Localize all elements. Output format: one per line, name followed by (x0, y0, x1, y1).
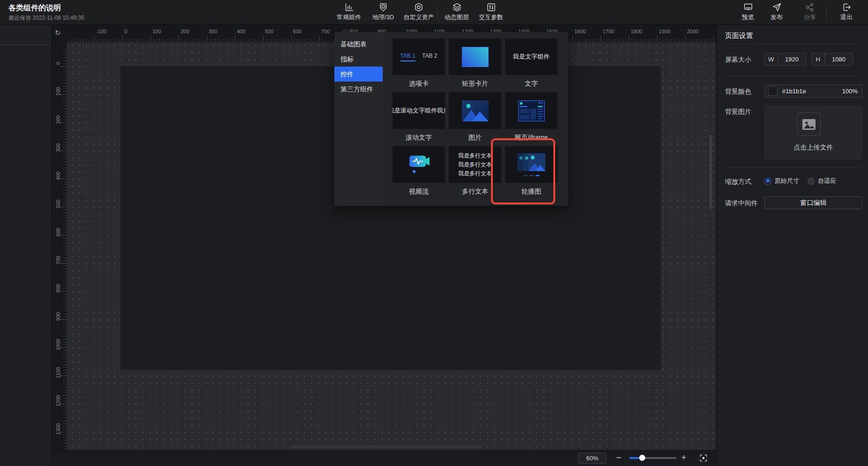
radio-adaptive[interactable]: 自适应 (808, 177, 836, 185)
horizontal-scrollbar[interactable] (291, 445, 482, 448)
color-swatch[interactable] (768, 86, 777, 96)
toolbar-action-label: 发布 (770, 13, 783, 22)
screen-size-label: 屏幕大小 (725, 56, 751, 64)
fit-screen-icon[interactable] (699, 453, 708, 463)
bg-color-label: 背景颜色 (725, 88, 751, 96)
card-label: 视频流 (392, 183, 445, 200)
bottom-bar: 60% − + (52, 450, 716, 466)
component-card-scrolling-text[interactable]: 我是滚动文字组件我是 滚动文字 (392, 92, 445, 146)
radio-unselected-icon[interactable] (808, 178, 815, 185)
toolbar-item-label: 常规组件 (337, 13, 361, 22)
panel-category-item[interactable]: 指标 (334, 52, 383, 67)
text-preview: 我是文字组件 (513, 53, 550, 61)
scale-mode-label: 缩放方式 (725, 178, 751, 186)
sidebar-divider (725, 44, 862, 45)
bg-image-upload[interactable]: 点击上传文件 (764, 105, 862, 160)
last-saved-text: 最近保存 2022-11-08 15:49:35 (8, 14, 84, 22)
bg-image-label: 背景图片 (725, 108, 751, 116)
toolbar-item-label: 动态图层 (445, 13, 469, 22)
component-picker-panel: 基础图表指标控件第三方组件 TAB 1 TAB 2 选项卡 矩形卡片 (334, 32, 568, 206)
zoom-out-button[interactable]: − (616, 452, 621, 463)
image-placeholder-icon (802, 119, 816, 130)
reset-view-icon[interactable]: ↻ (55, 29, 61, 37)
sidebar-divider (725, 76, 862, 76)
toolbar-action-publish[interactable]: 发布 (770, 2, 783, 22)
card-label: 多行文本 (449, 183, 501, 200)
left-collapsed-panel[interactable] (0, 24, 52, 466)
multiline-text-preview: 我是多行文本 我是多行文本 我是多行文本 (458, 151, 492, 178)
component-card-tabs[interactable]: TAB 1 TAB 2 选项卡 (392, 38, 445, 92)
color-hex-value[interactable]: #1b1b1e (782, 88, 842, 95)
image-thumbnail-icon (462, 100, 489, 121)
scale-mode-options: 原始尺寸 自适应 (764, 177, 836, 185)
vertical-scrollbar[interactable] (709, 135, 712, 209)
width-key: W (765, 53, 778, 65)
zoom-in-button[interactable]: + (681, 452, 687, 463)
sidebar-title: 页面设置 (725, 31, 753, 40)
width-value[interactable]: 1920 (778, 53, 806, 65)
toolbar-item-dynamic-layers[interactable]: 动态图层 (445, 2, 469, 22)
toolbar-item-label: 地理/3D (372, 13, 394, 22)
gradient-rect-preview (462, 47, 489, 67)
zoom-slider[interactable] (629, 457, 677, 459)
component-card-video-stream[interactable]: 视频流 (392, 146, 445, 200)
top-bar: 各类组件的说明 最近保存 2022-11-08 15:49:35 常规组件 地理… (0, 0, 868, 25)
component-card-iframe[interactable]: 网页/iframe (505, 92, 558, 146)
middleware-label: 请求中间件 (725, 199, 758, 208)
card-label: 轮播图 (505, 183, 558, 200)
toolbar-item-common-components[interactable]: 常规组件 (337, 2, 361, 22)
vertical-ruler: 0100200300400500600700800900100011001200… (52, 24, 67, 450)
radio-selected-icon[interactable] (764, 178, 771, 185)
hexagon-nut-icon (414, 2, 424, 12)
toolbar-action-label: 退出 (840, 13, 853, 22)
panel-category-item[interactable]: 控件 (334, 67, 383, 82)
height-key: H (812, 53, 825, 65)
color-opacity-value[interactable]: 100% (842, 88, 858, 95)
toolbar-action-preview[interactable]: 预览 (742, 2, 754, 22)
bar-chart-icon (344, 2, 354, 12)
card-label: 滚动文字 (392, 129, 445, 146)
panel-category-item[interactable]: 基础图表 (334, 37, 383, 52)
upload-dropzone[interactable] (797, 113, 821, 136)
radio-label: 自适应 (818, 177, 836, 185)
toolbar-item-custom-assets[interactable]: 自定义资产 (404, 2, 434, 22)
page-settings-sidebar: 页面设置 屏幕大小 W 1920 H 1080 背景颜色 #1b1b1e 100… (716, 24, 868, 466)
sliders-box-icon (486, 2, 496, 12)
left-panel-divider (0, 45, 52, 45)
toolbar-item-label: 自定义资产 (404, 13, 434, 22)
radio-original-size[interactable]: 原始尺寸 (764, 177, 799, 185)
preview-screen-icon (743, 2, 753, 12)
component-card-text[interactable]: 我是文字组件 文字 (505, 38, 558, 92)
component-card-rect[interactable]: 矩形卡片 (449, 38, 501, 92)
toolbar-item-geo-3d[interactable]: 地理/3D (372, 2, 394, 22)
exit-icon (842, 2, 852, 12)
upload-text: 点击上传文件 (764, 143, 862, 152)
sidebar-divider (725, 167, 862, 168)
toolbar-action-exit[interactable]: 退出 (840, 2, 853, 22)
card-label: 图片 (449, 129, 501, 146)
scrolling-text-preview: 我是滚动文字组件我是 (392, 106, 445, 115)
toolbar-item-interactive-params[interactable]: 交互参数 (479, 2, 503, 22)
zoom-level-input[interactable]: 60% (578, 453, 606, 464)
card-label: 矩形卡片 (449, 75, 501, 92)
carousel-thumbnail-icon (517, 152, 546, 177)
panel-category-item[interactable]: 第三方组件 (334, 82, 383, 97)
width-input[interactable]: W 1920 (764, 53, 806, 66)
card-label: 选项卡 (392, 75, 445, 92)
toolbar-divider (826, 5, 827, 20)
tab1-preview: TAB 1 (400, 53, 415, 61)
component-card-carousel[interactable]: 轮播图 (505, 146, 558, 200)
tab2-preview: TAB 2 (422, 53, 437, 61)
component-category-list: 基础图表指标控件第三方组件 (334, 32, 383, 206)
component-card-image[interactable]: 图片 (449, 92, 501, 146)
bg-color-input[interactable]: #1b1b1e 100% (764, 84, 862, 98)
component-card-multiline-text[interactable]: 我是多行文本 我是多行文本 我是多行文本 多行文本 (449, 146, 501, 200)
height-value[interactable]: 1080 (825, 53, 853, 65)
zoom-slider-knob[interactable] (639, 455, 645, 461)
height-input[interactable]: H 1080 (811, 53, 853, 66)
webpage-thumbnail-icon (518, 100, 545, 121)
toolbar-action-share[interactable]: 分享 (804, 2, 816, 22)
share-nodes-icon (805, 2, 815, 12)
window-edit-button[interactable]: 窗口编辑 (764, 196, 862, 209)
editor-canvas[interactable]: -100010020030040050060070080090010001100… (52, 24, 716, 450)
